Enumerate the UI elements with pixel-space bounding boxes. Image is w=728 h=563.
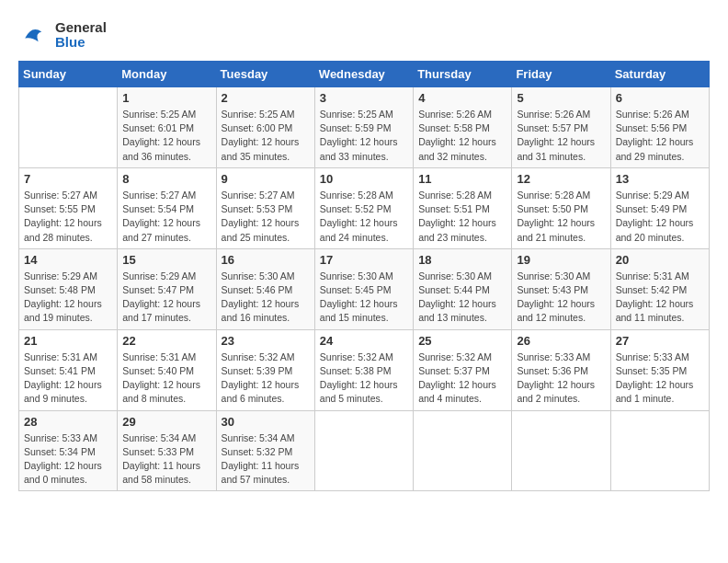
day-number: 4: [418, 91, 506, 105]
calendar-cell: 8Sunrise: 5:27 AM Sunset: 5:54 PM Daylig…: [118, 167, 216, 248]
day-info: Sunrise: 5:28 AM Sunset: 5:52 PM Dayligh…: [320, 189, 408, 245]
column-header-saturday: Saturday: [610, 62, 709, 87]
day-number: 8: [122, 172, 210, 186]
day-number: 11: [418, 172, 506, 186]
week-row-1: 1Sunrise: 5:25 AM Sunset: 6:01 PM Daylig…: [19, 87, 710, 168]
day-info: Sunrise: 5:32 AM Sunset: 5:37 PM Dayligh…: [418, 350, 506, 407]
day-number: 27: [616, 334, 704, 348]
day-number: 20: [616, 253, 704, 267]
day-number: 21: [24, 334, 112, 348]
day-info: Sunrise: 5:32 AM Sunset: 5:38 PM Dayligh…: [320, 350, 408, 407]
day-info: Sunrise: 5:28 AM Sunset: 5:51 PM Dayligh…: [418, 189, 506, 245]
calendar-cell: 27Sunrise: 5:33 AM Sunset: 5:35 PM Dayli…: [610, 329, 709, 410]
day-number: 26: [517, 334, 605, 348]
calendar-cell: 1Sunrise: 5:25 AM Sunset: 6:01 PM Daylig…: [118, 87, 216, 168]
calendar-cell: 21Sunrise: 5:31 AM Sunset: 5:41 PM Dayli…: [19, 329, 118, 410]
week-row-5: 28Sunrise: 5:33 AM Sunset: 5:34 PM Dayli…: [19, 410, 710, 491]
page-header: GeneralBlue: [18, 18, 710, 52]
calendar-header-row: SundayMondayTuesdayWednesdayThursdayFrid…: [19, 62, 710, 87]
calendar-table: SundayMondayTuesdayWednesdayThursdayFrid…: [18, 61, 710, 491]
day-info: Sunrise: 5:25 AM Sunset: 6:00 PM Dayligh…: [222, 108, 310, 164]
day-info: Sunrise: 5:30 AM Sunset: 5:44 PM Dayligh…: [418, 270, 506, 326]
day-number: 14: [24, 253, 112, 267]
calendar-cell: 9Sunrise: 5:27 AM Sunset: 5:53 PM Daylig…: [216, 167, 314, 248]
day-number: 9: [222, 172, 310, 186]
day-info: Sunrise: 5:33 AM Sunset: 5:36 PM Dayligh…: [517, 350, 605, 407]
calendar-cell: 30Sunrise: 5:34 AM Sunset: 5:32 PM Dayli…: [216, 410, 314, 491]
calendar-cell: 5Sunrise: 5:26 AM Sunset: 5:57 PM Daylig…: [512, 87, 610, 168]
day-number: 29: [122, 415, 210, 429]
day-info: Sunrise: 5:30 AM Sunset: 5:46 PM Dayligh…: [222, 270, 310, 326]
calendar-cell: 25Sunrise: 5:32 AM Sunset: 5:37 PM Dayli…: [414, 329, 512, 410]
day-number: 16: [222, 253, 310, 267]
day-info: Sunrise: 5:31 AM Sunset: 5:40 PM Dayligh…: [122, 350, 210, 407]
day-info: Sunrise: 5:33 AM Sunset: 5:35 PM Dayligh…: [616, 350, 704, 407]
column-header-monday: Monday: [118, 62, 216, 87]
column-header-thursday: Thursday: [414, 62, 512, 87]
calendar-cell: 4Sunrise: 5:26 AM Sunset: 5:58 PM Daylig…: [414, 87, 512, 168]
calendar-cell: 16Sunrise: 5:30 AM Sunset: 5:46 PM Dayli…: [216, 248, 314, 329]
day-info: Sunrise: 5:30 AM Sunset: 5:45 PM Dayligh…: [320, 270, 408, 326]
calendar-cell: 20Sunrise: 5:31 AM Sunset: 5:42 PM Dayli…: [610, 248, 709, 329]
day-info: Sunrise: 5:33 AM Sunset: 5:34 PM Dayligh…: [24, 431, 112, 488]
column-header-sunday: Sunday: [19, 62, 118, 87]
day-info: Sunrise: 5:27 AM Sunset: 5:54 PM Dayligh…: [122, 189, 210, 245]
calendar-cell: 18Sunrise: 5:30 AM Sunset: 5:44 PM Dayli…: [414, 248, 512, 329]
calendar-cell: 3Sunrise: 5:25 AM Sunset: 5:59 PM Daylig…: [314, 87, 413, 168]
day-number: 2: [222, 91, 310, 105]
calendar-cell: 10Sunrise: 5:28 AM Sunset: 5:52 PM Dayli…: [314, 167, 413, 248]
day-number: 19: [517, 253, 605, 267]
calendar-cell: 28Sunrise: 5:33 AM Sunset: 5:34 PM Dayli…: [19, 410, 118, 491]
calendar-cell: 14Sunrise: 5:29 AM Sunset: 5:48 PM Dayli…: [19, 248, 118, 329]
day-info: Sunrise: 5:27 AM Sunset: 5:53 PM Dayligh…: [222, 189, 310, 245]
day-number: 12: [517, 172, 605, 186]
day-number: 13: [616, 172, 704, 186]
day-number: 25: [418, 334, 506, 348]
calendar-cell: 29Sunrise: 5:34 AM Sunset: 5:33 PM Dayli…: [118, 410, 216, 491]
day-number: 22: [122, 334, 210, 348]
week-row-3: 14Sunrise: 5:29 AM Sunset: 5:48 PM Dayli…: [19, 248, 710, 329]
calendar-cell: [512, 410, 610, 491]
day-number: 18: [418, 253, 506, 267]
day-number: 15: [122, 253, 210, 267]
day-info: Sunrise: 5:27 AM Sunset: 5:55 PM Dayligh…: [24, 189, 112, 245]
column-header-tuesday: Tuesday: [216, 62, 314, 87]
day-number: 28: [24, 415, 112, 429]
calendar-cell: [19, 87, 118, 168]
calendar-cell: 11Sunrise: 5:28 AM Sunset: 5:51 PM Dayli…: [414, 167, 512, 248]
logo: GeneralBlue: [18, 18, 107, 52]
day-number: 10: [320, 172, 408, 186]
day-number: 5: [517, 91, 605, 105]
day-info: Sunrise: 5:31 AM Sunset: 5:42 PM Dayligh…: [616, 270, 704, 326]
day-number: 6: [616, 91, 704, 105]
day-info: Sunrise: 5:34 AM Sunset: 5:33 PM Dayligh…: [122, 431, 210, 488]
calendar-cell: 2Sunrise: 5:25 AM Sunset: 6:00 PM Daylig…: [216, 87, 314, 168]
calendar-cell: 12Sunrise: 5:28 AM Sunset: 5:50 PM Dayli…: [512, 167, 610, 248]
logo-bird-icon: [18, 18, 51, 52]
day-info: Sunrise: 5:29 AM Sunset: 5:49 PM Dayligh…: [616, 189, 704, 245]
calendar-cell: 15Sunrise: 5:29 AM Sunset: 5:47 PM Dayli…: [118, 248, 216, 329]
calendar-cell: 17Sunrise: 5:30 AM Sunset: 5:45 PM Dayli…: [314, 248, 413, 329]
day-info: Sunrise: 5:26 AM Sunset: 5:56 PM Dayligh…: [616, 108, 704, 164]
calendar-cell: 26Sunrise: 5:33 AM Sunset: 5:36 PM Dayli…: [512, 329, 610, 410]
calendar-cell: [314, 410, 413, 491]
calendar-cell: 6Sunrise: 5:26 AM Sunset: 5:56 PM Daylig…: [610, 87, 709, 168]
calendar-cell: 23Sunrise: 5:32 AM Sunset: 5:39 PM Dayli…: [216, 329, 314, 410]
day-info: Sunrise: 5:25 AM Sunset: 6:01 PM Dayligh…: [122, 108, 210, 164]
day-info: Sunrise: 5:26 AM Sunset: 5:58 PM Dayligh…: [418, 108, 506, 164]
day-info: Sunrise: 5:28 AM Sunset: 5:50 PM Dayligh…: [517, 189, 605, 245]
calendar-cell: [610, 410, 709, 491]
calendar-cell: 22Sunrise: 5:31 AM Sunset: 5:40 PM Dayli…: [118, 329, 216, 410]
calendar-cell: [414, 410, 512, 491]
day-number: 30: [222, 415, 310, 429]
week-row-4: 21Sunrise: 5:31 AM Sunset: 5:41 PM Dayli…: [19, 329, 710, 410]
day-number: 17: [320, 253, 408, 267]
day-number: 7: [24, 172, 112, 186]
day-info: Sunrise: 5:26 AM Sunset: 5:57 PM Dayligh…: [517, 108, 605, 164]
day-number: 1: [122, 91, 210, 105]
day-info: Sunrise: 5:29 AM Sunset: 5:48 PM Dayligh…: [24, 270, 112, 326]
day-info: Sunrise: 5:34 AM Sunset: 5:32 PM Dayligh…: [222, 431, 310, 488]
calendar-cell: 7Sunrise: 5:27 AM Sunset: 5:55 PM Daylig…: [19, 167, 118, 248]
day-number: 23: [222, 334, 310, 348]
day-info: Sunrise: 5:30 AM Sunset: 5:43 PM Dayligh…: [517, 270, 605, 326]
